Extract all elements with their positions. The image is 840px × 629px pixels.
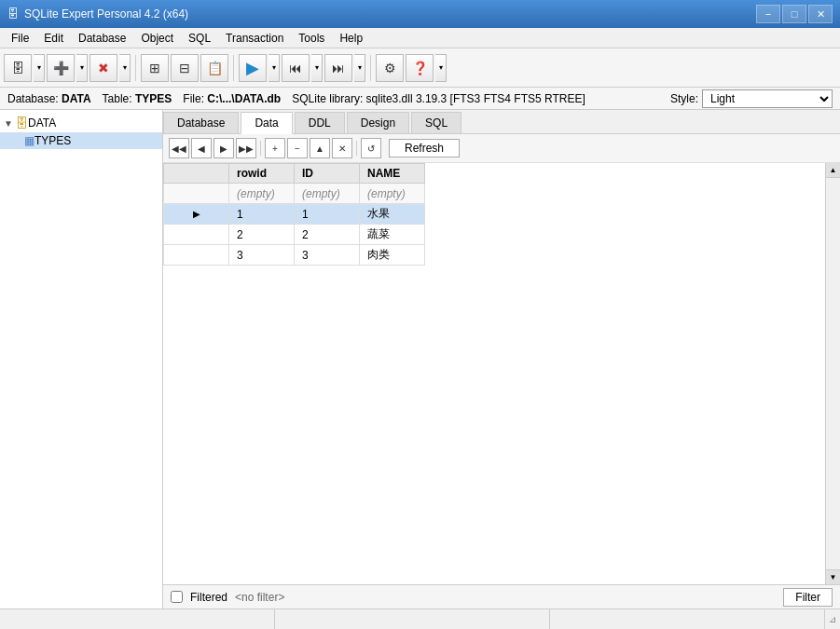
cancel-edit-button[interactable]: ✕ <box>332 138 352 158</box>
tb-grid2-btn[interactable]: ⊟ <box>171 54 199 82</box>
tb-help-arrow[interactable]: ▾ <box>435 54 447 82</box>
tab-sql[interactable]: SQL <box>411 112 461 133</box>
cell-rowid[interactable]: 3 <box>229 245 295 266</box>
filter-value: <no filter> <box>235 591 284 604</box>
delete-row-button[interactable]: − <box>287 138 308 158</box>
filter-name[interactable]: (empty) <box>360 184 425 204</box>
tb-step-back[interactable]: ⏭ <box>324 54 352 82</box>
tb-add-btn[interactable]: ➕ <box>47 54 75 82</box>
filterbar: Filtered <no filter> Filter <box>163 584 840 608</box>
tab-data[interactable]: Data <box>241 112 292 134</box>
scroll-track <box>826 178 840 569</box>
tree-panel: ▼ 🗄 DATA ▦ TYPES <box>0 110 163 608</box>
restore-button[interactable]: □ <box>782 5 806 23</box>
cell-id[interactable]: 1 <box>295 204 360 225</box>
data-grid: rowid ID NAME (empty) (empty) (empty) ▶ … <box>163 163 425 266</box>
filter-id[interactable]: (empty) <box>295 184 360 204</box>
scroll-down-btn[interactable]: ▼ <box>826 569 840 584</box>
tb-open-arrow[interactable]: ▾ <box>34 54 45 82</box>
statusbar: ⊿ <box>0 608 840 629</box>
tab-design[interactable]: Design <box>347 112 409 133</box>
table-row[interactable]: 3 3 肉类 <box>164 245 425 266</box>
minimize-button[interactable]: − <box>756 5 780 23</box>
table-icon: ▦ <box>24 134 34 147</box>
col-id[interactable]: ID <box>295 164 360 184</box>
tab-ddl[interactable]: DDL <box>295 112 345 133</box>
scroll-up-btn[interactable]: ▲ <box>826 163 840 178</box>
col-indicator <box>164 164 229 184</box>
status-section-2 <box>275 609 550 629</box>
style-select[interactable]: Light Dark Windows <box>702 89 833 108</box>
tree-table-item[interactable]: ▦ TYPES <box>0 132 162 149</box>
tb-step-first[interactable]: ⏮ <box>282 54 310 82</box>
cell-name[interactable]: 蔬菜 <box>360 225 425 245</box>
tree-database-label: DATA <box>28 116 56 130</box>
filter-rowid[interactable]: (empty) <box>229 184 295 204</box>
table-row[interactable]: ▶ 1 1 水果 <box>164 204 425 225</box>
filter-indicator <box>164 184 229 204</box>
main-layout: ▼ 🗄 DATA ▦ TYPES Database Data DDL Desig… <box>0 110 840 608</box>
style-label: Style: <box>670 92 698 105</box>
tb-step-back-arrow[interactable]: ▾ <box>354 54 365 82</box>
cell-name[interactable]: 水果 <box>360 204 425 225</box>
window-title: SQLite Expert Personal 4.2 (x64) <box>24 7 188 21</box>
add-row-button[interactable]: + <box>265 138 285 158</box>
tb-delete-arrow[interactable]: ▾ <box>119 54 131 82</box>
cell-id[interactable]: 2 <box>295 225 360 245</box>
tb-settings-btn[interactable]: ⚙ <box>376 54 404 82</box>
tree-database-item[interactable]: ▼ 🗄 DATA <box>0 114 162 132</box>
nav-sep-2 <box>356 141 357 156</box>
menu-database[interactable]: Database <box>71 30 133 47</box>
cell-rowid[interactable]: 2 <box>229 225 295 245</box>
row-indicator <box>164 245 229 266</box>
resize-handle[interactable]: ⊿ <box>825 609 840 629</box>
tb-step-first-arrow[interactable]: ▾ <box>311 54 323 82</box>
menu-sql[interactable]: SQL <box>181 30 218 47</box>
tb-add-arrow[interactable]: ▾ <box>76 54 88 82</box>
refresh-icon-button[interactable]: ↺ <box>361 138 381 158</box>
col-rowid[interactable]: rowid <box>229 164 295 184</box>
app-icon: 🗄 <box>7 7 19 21</box>
nav-first-button[interactable]: ◀◀ <box>169 138 189 158</box>
filter-button[interactable]: Filter <box>783 588 833 607</box>
data-grid-wrapper[interactable]: rowid ID NAME (empty) (empty) (empty) ▶ … <box>163 163 840 584</box>
data-toolbar: ◀◀ ◀ ▶ ▶▶ + − ▲ ✕ ↺ Refresh <box>163 134 840 163</box>
titlebar: 🗄 SQLite Expert Personal 4.2 (x64) − □ ✕ <box>0 0 840 28</box>
menu-transaction[interactable]: Transaction <box>218 30 291 47</box>
tb-help-btn[interactable]: ❓ <box>406 54 434 82</box>
tb-run-arrow[interactable]: ▾ <box>269 54 280 82</box>
menu-tools[interactable]: Tools <box>291 30 332 47</box>
tab-database[interactable]: Database <box>163 112 239 133</box>
tb-run-btn[interactable]: ▶ <box>239 54 267 82</box>
toolbar-sep-2 <box>233 55 234 81</box>
table-row[interactable]: 2 2 蔬菜 <box>164 225 425 245</box>
grid-header-row: rowid ID NAME <box>164 164 425 184</box>
cell-id[interactable]: 3 <box>295 245 360 266</box>
filtered-checkbox[interactable] <box>171 591 183 603</box>
grid-scrollbar[interactable]: ▲ ▼ <box>825 163 840 584</box>
menu-object[interactable]: Object <box>133 30 181 47</box>
edit-row-button[interactable]: ▲ <box>310 138 330 158</box>
db-label: Database: DATA <box>7 92 91 105</box>
nav-next-button[interactable]: ▶ <box>213 138 234 158</box>
toolbar-sep-1 <box>135 55 136 81</box>
database-icon: 🗄 <box>15 116 28 130</box>
table-label: Table: TYPES <box>103 92 172 105</box>
menu-file[interactable]: File <box>4 30 36 47</box>
tb-export-btn[interactable]: 📋 <box>200 54 228 82</box>
refresh-button[interactable]: Refresh <box>389 139 460 157</box>
col-name[interactable]: NAME <box>360 164 425 184</box>
tb-delete-btn[interactable]: ✖ <box>90 54 117 82</box>
sqlite-label: SQLite library: sqlite3.dll 3.19.3 [FTS3… <box>292 92 585 105</box>
close-button[interactable]: ✕ <box>808 5 833 23</box>
tb-open-btn[interactable]: 🗄 <box>4 54 32 82</box>
menu-help[interactable]: Help <box>332 30 370 47</box>
menu-edit[interactable]: Edit <box>36 30 71 47</box>
cell-rowid[interactable]: 1 <box>229 204 295 225</box>
nav-sep-1 <box>260 141 261 156</box>
nav-prev-button[interactable]: ◀ <box>191 138 212 158</box>
tb-grid-btn[interactable]: ⊞ <box>141 54 169 82</box>
cell-name[interactable]: 肉类 <box>360 245 425 266</box>
nav-last-button[interactable]: ▶▶ <box>236 138 256 158</box>
tabs: Database Data DDL Design SQL <box>163 110 840 134</box>
